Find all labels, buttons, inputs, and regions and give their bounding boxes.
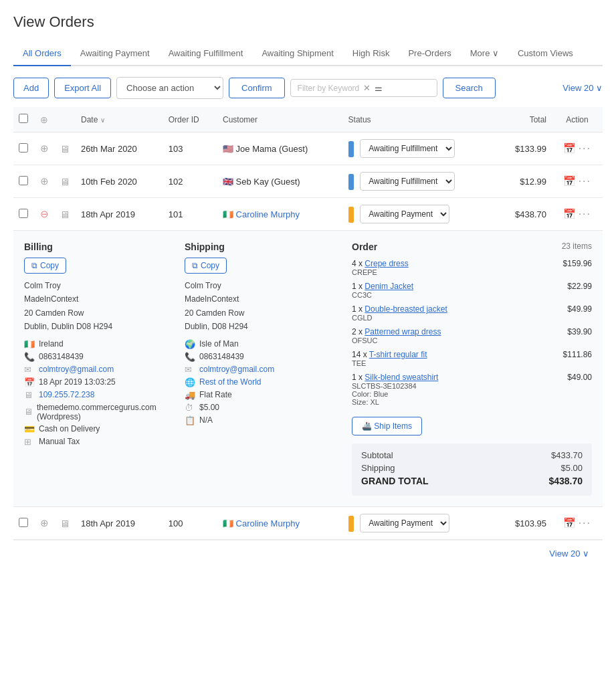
tab-all-orders[interactable]: All Orders (13, 41, 71, 66)
page-container: View Orders All Orders Awaiting Payment … (0, 0, 616, 685)
row-plus-102[interactable]: ⊕ (35, 165, 54, 198)
add-row-icon[interactable]: ⊕ (40, 114, 48, 125)
header-order-id[interactable]: Order ID (163, 107, 217, 132)
shipping-copy-button[interactable]: ⧉ Copy (185, 258, 227, 274)
calendar-icon[interactable]: 📅 (563, 142, 576, 154)
tab-awaiting-payment[interactable]: Awaiting Payment (71, 41, 159, 66)
row-action-103[interactable]: 📅 ··· (552, 132, 603, 165)
status-select[interactable]: Awaiting Fulfillment (360, 172, 455, 191)
row-plus-103[interactable]: ⊕ (35, 132, 54, 165)
tab-more[interactable]: More ∨ (461, 41, 508, 66)
tab-custom-views[interactable]: Custom Views (508, 41, 583, 66)
billing-email-link[interactable]: colmtroy@gmail.com (39, 365, 114, 374)
status-select[interactable]: Awaiting Payment (360, 514, 449, 532)
order-item-row: 4 x Crepe dress (352, 259, 409, 268)
filter-box[interactable]: Filter by Keyword ✕ ⚌ (290, 79, 437, 97)
tab-pre-orders[interactable]: Pre-Orders (399, 41, 460, 66)
expanded-row-101: Billing ⧉ Copy Colm Troy MadeInContext 2… (13, 231, 603, 507)
view-select[interactable]: View 20 ∨ (562, 83, 603, 93)
more-icon[interactable]: ··· (579, 208, 591, 219)
order-item-name-link[interactable]: Patterned wrap dress (365, 327, 441, 336)
shipping-value: $5.00 (560, 463, 583, 473)
row-plus-100[interactable]: ⊕ (35, 507, 54, 540)
date-sort-icon: ∨ (100, 116, 105, 124)
tab-high-risk[interactable]: High Risk (343, 41, 399, 66)
expand-icon[interactable]: ⊕ (40, 517, 49, 528)
calendar-icon[interactable]: 📅 (563, 175, 576, 187)
clock-icon: ⏱ (185, 403, 195, 413)
order-item-name-link[interactable]: Denim Jacket (365, 282, 413, 291)
row-check-103[interactable] (13, 132, 35, 165)
filter-icon[interactable]: ⚌ (375, 83, 383, 93)
shipping-email: ✉ colmtroy@gmail.com (185, 365, 332, 375)
order-item: 2 x Patterned wrap dress OFSUC $39.90 (352, 327, 592, 345)
row-status-100[interactable]: Awaiting Payment (343, 507, 497, 540)
row-orderid-100: 100 (163, 507, 217, 540)
status-select[interactable]: Awaiting Payment (360, 205, 449, 223)
row-orderid-102: 102 (163, 165, 217, 198)
tab-awaiting-fulfillment[interactable]: Awaiting Fulfillment (159, 41, 253, 66)
confirm-button[interactable]: Confirm (229, 78, 285, 98)
monitor-icon: 🖥 (60, 209, 70, 220)
order-item-row: 1 x Denim Jacket (352, 282, 413, 291)
order-item-name-link[interactable]: Silk-blend sweatshirt (365, 373, 438, 382)
shipping-geo-link[interactable]: Rest of the World (199, 377, 261, 387)
order-item-name-link[interactable]: T-shirt regular fit (369, 350, 427, 359)
order-item-price: $49.00 (567, 373, 592, 406)
row-orderid-103: 103 (163, 132, 217, 165)
add-button[interactable]: Add (13, 78, 49, 98)
row-total-103: $133.99 (497, 132, 552, 165)
filter-clear-icon[interactable]: ✕ (363, 83, 371, 93)
shipping-cost: ⏱ $5.00 (185, 403, 332, 413)
expand-icon[interactable]: ⊕ (40, 142, 49, 154)
header-status[interactable]: Status (343, 107, 497, 132)
billing-copy-button[interactable]: ⧉ Copy (24, 258, 66, 274)
row-check-100[interactable] (13, 507, 35, 540)
order-item-detail: Color: Blue (352, 390, 438, 398)
select-all-checkbox[interactable] (19, 114, 28, 123)
row-minus-101[interactable]: ⊖ (35, 198, 54, 231)
row-monitor-103: 🖥 (54, 132, 76, 165)
more-icon[interactable]: ··· (579, 517, 591, 528)
row-action-102[interactable]: 📅 ··· (552, 165, 603, 198)
row-action-101[interactable]: 📅 ··· (552, 198, 603, 231)
order-item-name-link[interactable]: Double-breasted jacket (365, 304, 447, 314)
tab-awaiting-shipment[interactable]: Awaiting Shipment (252, 41, 342, 66)
billing-ip-link[interactable]: 109.255.72.238 (39, 390, 94, 399)
search-button[interactable]: Search (443, 78, 496, 98)
row-status-102[interactable]: Awaiting Fulfillment (343, 165, 497, 198)
grand-total-value: $438.70 (548, 476, 583, 486)
header-total[interactable]: Total (497, 107, 552, 132)
billing-phone: 📞 0863148439 (24, 352, 171, 362)
header-customer[interactable]: Customer (217, 107, 343, 132)
card-icon: 💳 (24, 424, 35, 434)
row-orderid-101: 101 (163, 198, 217, 231)
order-item: 1 x Denim Jacket CC3C $22.99 (352, 282, 592, 299)
row-check-102[interactable] (13, 165, 35, 198)
collapse-icon[interactable]: ⊖ (40, 208, 49, 219)
action-select[interactable]: Choose an action (116, 77, 223, 99)
calendar-icon[interactable]: 📅 (563, 517, 576, 528)
flag-icon: 🇺🇸 (223, 144, 233, 154)
copy-icon: ⧉ (192, 261, 198, 270)
monitor-icon: 🖥 (24, 390, 35, 400)
more-icon[interactable]: ··· (579, 175, 591, 187)
more-icon[interactable]: ··· (579, 142, 591, 154)
status-select[interactable]: Awaiting Fulfillment (360, 139, 455, 158)
order-item-code: SLCTBS-3E102384 (352, 382, 438, 390)
calendar-icon[interactable]: 📅 (563, 208, 576, 219)
expand-icon[interactable]: ⊕ (40, 175, 49, 187)
header-date[interactable]: Date ∨ (76, 107, 163, 132)
table-row: ⊕ 🖥 26th Mar 2020 103 🇺🇸 Joe Mama (Guest… (13, 132, 603, 165)
table-row: ⊕ 🖥 10th Feb 2020 102 🇬🇧 Seb Kay (Guest)… (13, 165, 603, 198)
shipping-email-link[interactable]: colmtroy@gmail.com (199, 365, 274, 374)
export-all-button[interactable]: Export All (54, 78, 111, 98)
row-status-101[interactable]: Awaiting Payment (343, 198, 497, 231)
row-action-100[interactable]: 📅 ··· (552, 507, 603, 540)
row-status-103[interactable]: Awaiting Fulfillment (343, 132, 497, 165)
order-item-name-link[interactable]: Crepe dress (365, 259, 408, 268)
row-check-101[interactable] (13, 198, 35, 231)
bottom-bar[interactable]: View 20 ∨ (13, 540, 603, 567)
ship-items-button[interactable]: 🚢 Ship Items (352, 417, 422, 435)
flag-icon: 🇮🇪 (24, 339, 35, 349)
